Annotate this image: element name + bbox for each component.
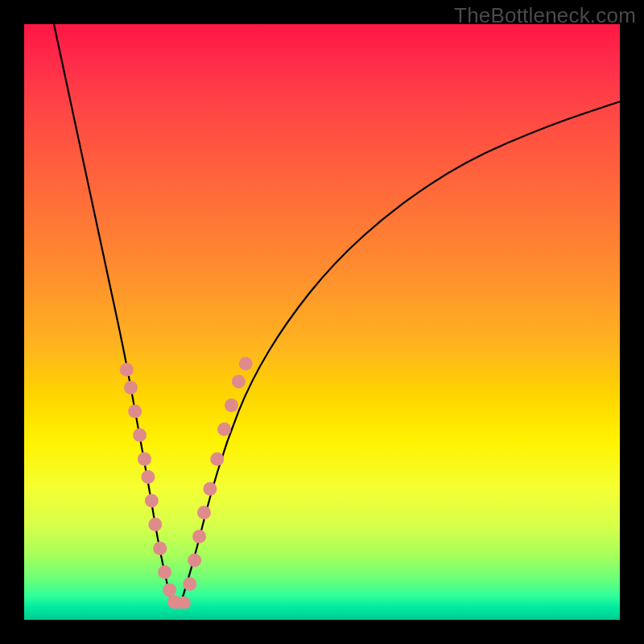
green-band	[24, 609, 620, 620]
bead-group	[120, 357, 253, 611]
bead-left	[133, 428, 147, 442]
bead-right	[210, 452, 224, 466]
bead-right	[197, 506, 211, 519]
bead-right	[203, 482, 217, 496]
plot-area	[24, 24, 620, 620]
bead-left	[163, 584, 176, 597]
bead-left	[124, 381, 138, 394]
bead-left	[148, 518, 162, 531]
bead-left	[153, 542, 167, 555]
bead-left	[138, 452, 151, 466]
bead-right	[188, 554, 201, 568]
bead-left	[120, 363, 134, 377]
bead-right	[183, 577, 196, 591]
bead-right	[217, 423, 231, 436]
bead-right	[225, 398, 238, 412]
bottleneck-curve	[54, 24, 620, 608]
bead-left	[141, 470, 155, 484]
chart-frame: TheBottleneck.com	[0, 0, 644, 644]
bead-right	[232, 375, 246, 389]
bead-right	[239, 357, 253, 370]
bead-left	[145, 494, 159, 508]
bead-left	[158, 565, 171, 579]
curve-layer	[24, 24, 620, 620]
bead-left	[128, 405, 142, 419]
bead-right	[192, 530, 206, 543]
